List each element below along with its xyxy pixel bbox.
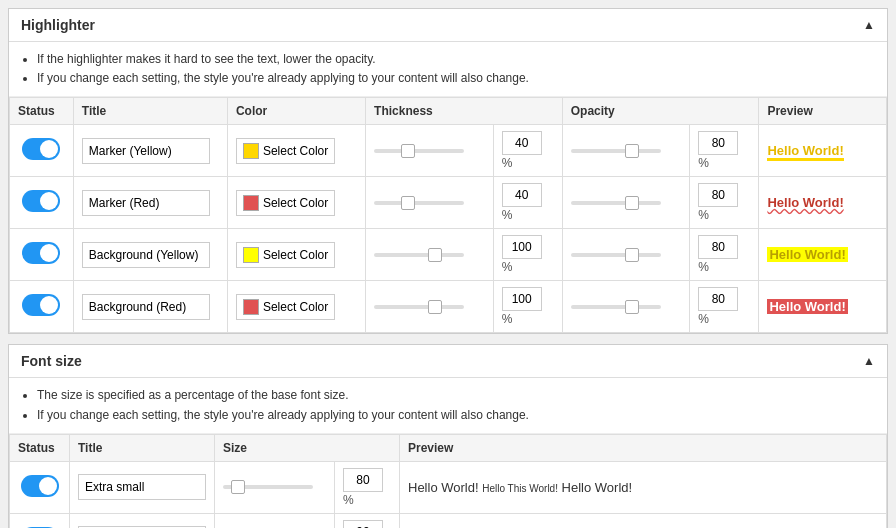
preview-text: Hello World! [767,299,847,314]
opacity-cell [562,281,690,333]
highlighter-header: Highlighter ▲ [9,9,887,42]
fontsize-header: Font size ▲ [9,345,887,378]
fs-col-preview-h: Preview [400,434,887,461]
opacity-input[interactable] [698,131,738,155]
thickness-slider-thumb[interactable] [401,196,415,210]
fs-toggle-cell [10,461,70,513]
color-swatch [243,195,259,211]
select-color-label: Select Color [263,248,328,262]
thickness-input[interactable] [502,131,542,155]
color-cell: Select Color [227,281,365,333]
thickness-input[interactable] [502,235,542,259]
fs-slider-thumb[interactable] [231,480,245,494]
opacity-slider-container [571,305,682,309]
thickness-slider-thumb[interactable] [428,248,442,262]
opacity-input[interactable] [698,235,738,259]
title-input[interactable] [82,190,210,216]
thickness-slider-track[interactable] [374,149,464,153]
opacity-cell [562,125,690,177]
toggle-switch[interactable] [22,138,60,160]
table-row: % Hello World! Hello This World! Hello W… [10,513,887,528]
color-swatch [243,143,259,159]
highlighter-table-wrapper: Status Title Color Thickness Opacity Pre… [9,97,887,333]
col-title-h: Title [73,98,227,125]
thickness-pct: % [502,208,513,222]
fs-col-size-h: Size [215,434,400,461]
thickness-slider-thumb[interactable] [428,300,442,314]
opacity-slider-thumb[interactable] [625,196,639,210]
thickness-num-cell: % [493,125,562,177]
thickness-input[interactable] [502,183,542,207]
thickness-slider-track[interactable] [374,305,464,309]
preview-cell: Hello World! [759,125,887,177]
opacity-input[interactable] [698,287,738,311]
opacity-slider-track[interactable] [571,149,661,153]
table-row: Select Color % % Hello Wo [10,229,887,281]
thickness-input[interactable] [502,287,542,311]
toggle-switch[interactable] [22,294,60,316]
thickness-slider-container [374,305,485,309]
fs-size-cell [215,513,335,528]
opacity-input[interactable] [698,183,738,207]
opacity-slider-container [571,253,682,257]
thickness-slider-container [374,201,485,205]
opacity-slider-track[interactable] [571,253,661,257]
color-cell: Select Color [227,125,365,177]
fs-col-title-h: Title [70,434,215,461]
title-input[interactable] [82,242,210,268]
fs-size-cell [215,461,335,513]
fs-title-input[interactable] [78,474,206,500]
fs-size-pct: % [343,493,354,507]
fs-size-input[interactable] [343,520,383,528]
title-input[interactable] [82,294,210,320]
preview-cell: Hello World! [759,229,887,281]
select-color-label: Select Color [263,196,328,210]
thickness-slider-track[interactable] [374,201,464,205]
color-button[interactable]: Select Color [236,190,335,216]
highlighter-table: Status Title Color Thickness Opacity Pre… [9,97,887,333]
highlighter-note-1: If the highlighter makes it hard to see … [37,50,875,69]
select-color-label: Select Color [263,144,328,158]
thickness-cell [366,125,494,177]
fontsize-note-2: If you change each setting, the style yo… [37,406,875,425]
fontsize-table: Status Title Size Preview [9,434,887,528]
color-button[interactable]: Select Color [236,242,335,268]
select-color-label: Select Color [263,300,328,314]
title-input[interactable] [82,138,210,164]
fs-size-num-cell: % [335,461,400,513]
opacity-slider-thumb[interactable] [625,248,639,262]
table-row: Select Color % % Hello Wo [10,281,887,333]
color-button[interactable]: Select Color [236,138,335,164]
preview-highlight: Hello This World! [482,483,558,494]
opacity-slider-container [571,149,682,153]
fontsize-title: Font size [21,353,82,369]
fs-toggle-switch[interactable] [21,475,59,497]
toggle-switch[interactable] [22,242,60,264]
page: Highlighter ▲ If the highlighter makes i… [0,0,896,528]
opacity-slider-track[interactable] [571,305,661,309]
opacity-slider-thumb[interactable] [625,300,639,314]
thickness-slider-thumb[interactable] [401,144,415,158]
color-button[interactable]: Select Color [236,294,335,320]
opacity-slider-thumb[interactable] [625,144,639,158]
opacity-num-cell: % [690,125,759,177]
thickness-slider-container [374,253,485,257]
fs-col-status-h: Status [10,434,70,461]
highlighter-collapse-icon[interactable]: ▲ [863,18,875,32]
color-cell: Select Color [227,177,365,229]
fs-size-input[interactable] [343,468,383,492]
color-cell: Select Color [227,229,365,281]
fontsize-collapse-icon[interactable]: ▲ [863,354,875,368]
opacity-slider-track[interactable] [571,201,661,205]
opacity-num-cell: % [690,281,759,333]
thickness-num-cell: % [493,177,562,229]
toggle-switch[interactable] [22,190,60,212]
thickness-slider-track[interactable] [374,253,464,257]
table-row: Select Color % % Hello Wo [10,177,887,229]
opacity-pct: % [698,312,709,326]
color-swatch [243,299,259,315]
preview-cell: Hello World! [759,281,887,333]
fs-slider-track[interactable] [223,485,313,489]
preview-before: Hello World! [408,480,482,495]
thickness-cell [366,281,494,333]
